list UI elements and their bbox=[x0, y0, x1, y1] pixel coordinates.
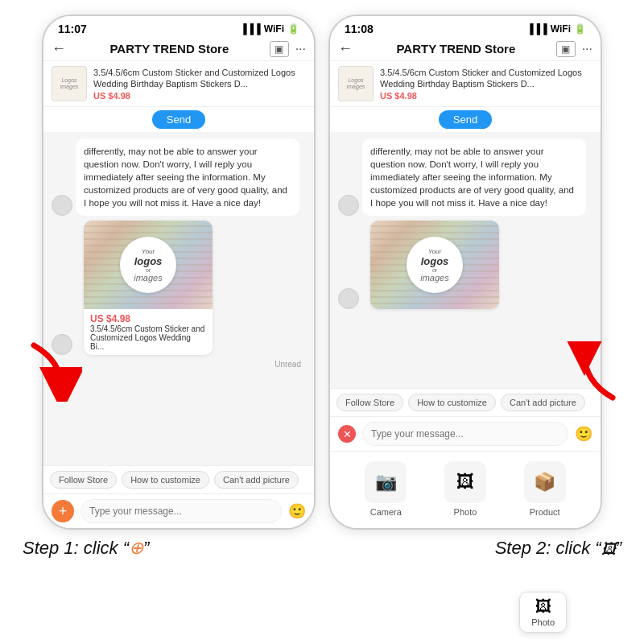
photo-icon: 🖼 bbox=[444, 461, 486, 503]
sticker-logos-2: logos bbox=[421, 255, 449, 267]
follow-store-btn-2[interactable]: Follow Store bbox=[336, 394, 403, 411]
sticker-card-1[interactable]: Your logos or images US $4.98 3.5/4.5/6c… bbox=[84, 221, 213, 355]
photo-option[interactable]: 🖼 Photo bbox=[444, 461, 486, 517]
chat-area-2: differently, may not be able to answer y… bbox=[330, 132, 601, 388]
how-to-customize-btn-1[interactable]: How to customize bbox=[122, 471, 209, 489]
chat-bubble-2: differently, may not be able to answer y… bbox=[362, 138, 586, 216]
status-icons-2: ▐▐▐ WiFi 🔋 bbox=[526, 23, 586, 35]
wifi-icon-2: WiFi bbox=[551, 23, 571, 35]
avatar-sticker-2 bbox=[338, 288, 359, 309]
product-thumb-2: Logosimages bbox=[338, 66, 374, 101]
store-icon-1[interactable] bbox=[270, 41, 289, 57]
sticker-info-1: US $4.98 3.5/4.5/6cm Custom Sticker and … bbox=[84, 309, 213, 355]
sticker-or-1: or bbox=[146, 267, 151, 273]
cant-add-picture-btn-2[interactable]: Can't add picture bbox=[501, 394, 585, 411]
photo-label: Photo bbox=[454, 507, 477, 517]
chat-row-sticker-2: Your logos or images bbox=[338, 221, 592, 309]
sticker-card-2[interactable]: Your logos or images bbox=[370, 221, 499, 309]
follow-store-btn-1[interactable]: Follow Store bbox=[50, 471, 117, 489]
product-title-2: 3.5/4.5/6cm Custom Sticker and Customize… bbox=[380, 67, 592, 90]
step2-photo-icon: 🖼 bbox=[601, 541, 616, 557]
avatar-2 bbox=[338, 195, 359, 216]
photo-callout-icon: 🖼 bbox=[535, 597, 551, 616]
avatar-sticker-1 bbox=[52, 334, 72, 355]
photo-callout-label: Photo bbox=[531, 617, 555, 627]
product-info-1: 3.5/4.5/6cm Custom Sticker and Customize… bbox=[93, 67, 306, 101]
nav-icons-2: ··· bbox=[556, 41, 592, 57]
status-bar-1: 11:07 ▐▐▐ WiFi 🔋 bbox=[43, 16, 314, 37]
product-price-1: US $4.98 bbox=[93, 91, 306, 101]
status-bar-2: 11:08 ▐▐▐ WiFi 🔋 bbox=[330, 16, 601, 37]
product-title-1: 3.5/4.5/6cm Custom Sticker and Customize… bbox=[93, 67, 306, 90]
how-to-customize-btn-2[interactable]: How to customize bbox=[408, 394, 496, 411]
chat-row-sticker-1: Your logos or images US $4.98 3.5/4.5/6c… bbox=[52, 221, 306, 355]
quick-replies-1: Follow Store How to customize Can't add … bbox=[43, 465, 314, 493]
battery-icon-2: 🔋 bbox=[574, 23, 586, 35]
message-input-1[interactable] bbox=[80, 499, 282, 523]
chat-area-1: differently, may not be able to answer y… bbox=[43, 132, 314, 465]
camera-label: Camera bbox=[370, 507, 402, 517]
emoji-btn-1[interactable]: 🙂 bbox=[288, 502, 306, 520]
sticker-name-1: 3.5/4.5/6cm Custom Sticker and Customize… bbox=[90, 324, 206, 351]
step2-label: Step 2: click “🖼” bbox=[495, 538, 621, 559]
cant-add-picture-btn-1[interactable]: Can't add picture bbox=[214, 471, 299, 489]
input-bar-1: + 🙂 bbox=[43, 493, 314, 528]
top-nav-2: ← PARTY TREND Store ··· bbox=[330, 37, 601, 61]
plus-btn-1[interactable]: + bbox=[52, 500, 74, 522]
chat-row-msg-2: differently, may not be able to answer y… bbox=[338, 138, 592, 216]
more-icon-2[interactable]: ··· bbox=[582, 42, 592, 56]
emoji-btn-2[interactable]: 🙂 bbox=[575, 425, 592, 443]
product-thumb-1: Logosimages bbox=[52, 66, 87, 101]
more-icon-1[interactable]: ··· bbox=[295, 42, 306, 56]
product-label: Product bbox=[530, 507, 560, 517]
chat-row-msg-1: differently, may not be able to answer y… bbox=[52, 138, 306, 216]
signal-icon-2: ▐▐▐ bbox=[526, 23, 547, 35]
status-icons-1: ▐▐▐ WiFi 🔋 bbox=[240, 23, 299, 35]
sticker-image-1: Your logos or images bbox=[84, 221, 213, 309]
avatar-1 bbox=[52, 195, 72, 216]
send-btn-2[interactable]: Send bbox=[439, 110, 492, 129]
message-input-2[interactable] bbox=[362, 422, 568, 446]
battery-icon: 🔋 bbox=[287, 23, 299, 35]
send-btn-1[interactable]: Send bbox=[152, 110, 205, 129]
media-options-2: 📷 Camera 🖼 Photo 📦 Product bbox=[330, 451, 601, 528]
top-nav-1: ← PARTY TREND Store ··· bbox=[43, 37, 314, 61]
phone1: 11:07 ▐▐▐ WiFi 🔋 ← PARTY TREND Store ··· bbox=[42, 14, 316, 530]
sticker-your-2: Your bbox=[428, 248, 441, 255]
store-name-2: PARTY TREND Store bbox=[361, 42, 551, 56]
time-1: 11:07 bbox=[58, 23, 87, 35]
store-name-1: PARTY TREND Store bbox=[74, 42, 265, 56]
sticker-or-2: or bbox=[432, 267, 437, 273]
phone2: 11:08 ▐▐▐ WiFi 🔋 ← PARTY TREND Store ··· bbox=[328, 14, 602, 530]
product-card-1[interactable]: Logosimages 3.5/4.5/6cm Custom Sticker a… bbox=[43, 61, 314, 107]
nav-icons-1: ··· bbox=[270, 41, 306, 57]
time-2: 11:08 bbox=[345, 23, 374, 35]
step1-label: Step 1: click “⊕” bbox=[23, 538, 149, 559]
camera-icon: 📷 bbox=[365, 461, 407, 503]
sticker-circle-2: Your logos or images bbox=[407, 237, 463, 293]
x-btn-2[interactable]: ✕ bbox=[338, 425, 356, 443]
product-icon: 📦 bbox=[524, 461, 566, 503]
product-info-2: 3.5/4.5/6cm Custom Sticker and Customize… bbox=[380, 67, 592, 101]
photo-callout: 🖼 Photo bbox=[519, 592, 567, 633]
wifi-icon: WiFi bbox=[264, 23, 284, 35]
sticker-price-1: US $4.98 bbox=[90, 313, 206, 324]
step1-plus-highlight: ⊕ bbox=[129, 538, 143, 558]
steps-row: Step 1: click “⊕” Step 2: click “🖼” bbox=[0, 530, 644, 559]
sticker-your-1: Your bbox=[142, 248, 155, 255]
input-bar-2: ✕ 🙂 bbox=[330, 416, 601, 451]
product-card-2[interactable]: Logosimages 3.5/4.5/6cm Custom Sticker a… bbox=[330, 61, 601, 107]
back-arrow-1[interactable]: ← bbox=[52, 40, 66, 57]
sticker-logos-1: logos bbox=[134, 255, 163, 267]
store-icon-2[interactable] bbox=[556, 41, 576, 57]
sticker-images-1: images bbox=[134, 273, 162, 283]
camera-option[interactable]: 📷 Camera bbox=[365, 461, 407, 517]
sticker-circle-1: Your logos or images bbox=[120, 237, 176, 293]
chat-bubble-1: differently, may not be able to answer y… bbox=[76, 138, 299, 216]
unread-1: Unread bbox=[52, 360, 306, 369]
product-option[interactable]: 📦 Product bbox=[524, 461, 566, 517]
sticker-image-2: Your logos or images bbox=[370, 221, 499, 309]
quick-replies-2: Follow Store How to customize Can't add … bbox=[330, 388, 601, 416]
product-price-2: US $4.98 bbox=[380, 91, 592, 101]
back-arrow-2[interactable]: ← bbox=[338, 40, 353, 57]
